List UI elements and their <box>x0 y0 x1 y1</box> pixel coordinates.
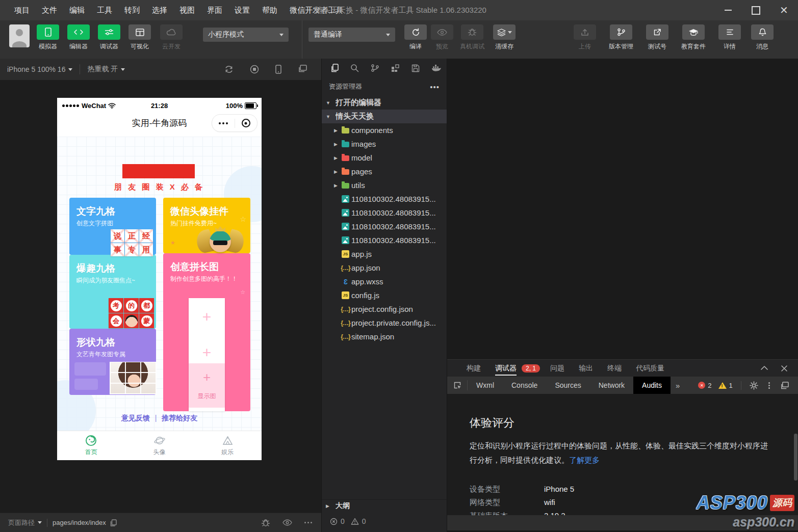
card-avatar-pendant[interactable]: 微信头像挂件 热门挂件免费用~ <box>163 198 250 253</box>
menu-project[interactable]: 项目 <box>8 0 36 20</box>
tree-file-image[interactable]: 1108100302.48083915... <box>322 233 447 247</box>
search-icon[interactable] <box>350 64 359 72</box>
tab-home[interactable]: 首页 <box>57 431 125 460</box>
menu-settings[interactable]: 设置 <box>228 0 256 20</box>
visual-toggle-button[interactable]: 可视化 <box>127 24 152 51</box>
education-suite-button[interactable]: 教育套件 <box>678 24 709 51</box>
tree-file-image[interactable]: 1108100302.48083915... <box>322 192 447 206</box>
menu-tools[interactable]: 工具 <box>91 0 118 20</box>
tree-file-app-json[interactable]: app.json <box>322 261 447 275</box>
tab-code-quality[interactable]: 代码质量 <box>629 360 672 377</box>
more-actions-icon[interactable] <box>430 83 440 91</box>
tree-file-project-config[interactable]: project.config.json <box>322 302 447 316</box>
tree-folder-components[interactable]: components <box>322 123 447 137</box>
menu-file[interactable]: 文件 <box>36 0 63 20</box>
menu-goto[interactable]: 转到 <box>118 0 146 20</box>
bug-icon[interactable] <box>261 519 270 527</box>
gear-icon[interactable] <box>750 381 758 390</box>
device-select[interactable]: iPhone 5 100% 16 <box>0 59 80 80</box>
menu-interface[interactable]: 界面 <box>201 0 228 20</box>
more-tabs-icon[interactable] <box>671 381 685 390</box>
files-icon[interactable] <box>330 64 339 72</box>
menu-help[interactable]: 帮助 <box>256 0 284 20</box>
menu-select[interactable]: 选择 <box>146 0 173 20</box>
menu-edit[interactable]: 编辑 <box>63 0 91 20</box>
tree-project-root[interactable]: 情头天天换 <box>322 110 447 123</box>
rotate-icon[interactable] <box>224 65 234 74</box>
devtab-wxml[interactable]: Wxml <box>468 377 503 394</box>
devtab-audits[interactable]: Audits <box>633 377 671 394</box>
tree-open-editors[interactable]: 打开的编辑器 <box>322 96 447 110</box>
compile-mode-select[interactable]: 普通编译 <box>308 28 395 42</box>
copy-icon[interactable] <box>110 519 117 526</box>
test-account-button[interactable]: 测试号 <box>645 24 670 51</box>
tab-terminal[interactable]: 终端 <box>600 360 629 377</box>
tree-folder-images[interactable]: images <box>322 137 447 151</box>
stop-record-icon[interactable] <box>250 65 259 74</box>
tree-file-image[interactable]: 1108100302.48083915... <box>322 206 447 220</box>
tree-file-project-private-config[interactable]: project.private.config.js... <box>322 316 447 330</box>
inspect-element-icon[interactable] <box>447 380 468 390</box>
feedback-link[interactable]: 意见反馈 <box>121 414 150 422</box>
problems-summary[interactable]: 0 0 <box>322 515 447 528</box>
upload-button[interactable]: 上传 <box>573 24 597 51</box>
version-control-button[interactable]: 版本管理 <box>605 24 637 51</box>
tab-avatar[interactable]: 头像 <box>125 431 194 460</box>
tab-build[interactable]: 构建 <box>459 360 488 377</box>
simulator-toggle-button[interactable]: 模拟器 <box>36 24 60 51</box>
tree-file-app-wxss[interactable]: app.wxss <box>322 275 447 288</box>
debugger-toggle-button[interactable]: 调试器 <box>97 24 121 51</box>
outline-section[interactable]: 大纲 <box>322 499 447 512</box>
learn-more-link[interactable]: 了解更多 <box>569 456 600 464</box>
tree-folder-utils[interactable]: utils <box>322 178 447 192</box>
minimize-button[interactable] <box>714 0 742 20</box>
devtab-sources[interactable]: Sources <box>546 377 589 394</box>
clear-cache-button[interactable]: 清缓存 <box>492 24 517 51</box>
multi-window-icon[interactable] <box>298 65 307 74</box>
scrollbar-thumb[interactable] <box>794 434 797 481</box>
user-avatar[interactable] <box>9 24 30 47</box>
collapse-panel-icon[interactable] <box>761 365 768 371</box>
card-text-nine-grid[interactable]: 文字九格 创意文字拼图 说 正 经 事 专 用 <box>69 198 156 255</box>
device-debug-button[interactable]: 真机调试 <box>456 24 488 51</box>
menu-view[interactable]: 视图 <box>173 0 201 20</box>
tab-output[interactable]: 输出 <box>572 360 600 377</box>
docker-whale-icon[interactable] <box>431 64 442 72</box>
compile-button[interactable]: 编译 <box>403 24 428 51</box>
extensions-icon[interactable] <box>391 64 400 72</box>
tree-folder-pages[interactable]: pages <box>322 165 447 178</box>
minimize-target-icon[interactable] <box>235 119 258 127</box>
undock-icon[interactable] <box>780 382 789 389</box>
more-dots-icon[interactable] <box>304 522 312 523</box>
recommend-link[interactable]: 推荐给好友 <box>162 414 197 422</box>
promo-banner[interactable] <box>122 164 195 178</box>
save-icon[interactable] <box>411 64 420 72</box>
maximize-button[interactable] <box>742 0 770 20</box>
tab-entertainment[interactable]: 娱乐 <box>193 431 262 460</box>
tab-debugger[interactable]: 调试器 <box>488 360 524 377</box>
close-panel-icon[interactable] <box>781 365 787 371</box>
editor-toggle-button[interactable]: 编辑器 <box>66 24 91 51</box>
more-dots-icon[interactable] <box>212 122 235 124</box>
card-long-image[interactable]: 创意拼长图 制作创意多图的高手！！ 显示图 <box>163 253 250 411</box>
details-button[interactable]: 详情 <box>717 24 742 51</box>
tree-folder-model[interactable]: model <box>322 151 447 165</box>
devtab-console[interactable]: Console <box>503 377 546 394</box>
messages-button[interactable]: 消息 <box>750 24 775 51</box>
kebab-menu-icon[interactable] <box>768 382 770 389</box>
tree-file-config-js[interactable]: config.js <box>322 288 447 302</box>
device-frame-icon[interactable] <box>275 65 281 74</box>
console-error-summary[interactable]: 2 1 <box>698 382 732 389</box>
eye-icon[interactable] <box>282 519 292 526</box>
tree-file-image[interactable]: 1108100302.48083915... <box>322 220 447 233</box>
devtab-network[interactable]: Network <box>590 377 633 394</box>
mode-select[interactable]: 小程序模式 <box>203 28 289 42</box>
hot-reload-toggle[interactable]: 热重载 开 <box>80 59 132 80</box>
tree-file-app-js[interactable]: app.js <box>322 247 447 261</box>
cloud-dev-button[interactable]: 云开发 <box>159 24 184 51</box>
page-path-select[interactable]: 页面路径 <box>8 518 42 527</box>
tree-file-sitemap[interactable]: sitemap.json <box>322 330 447 343</box>
git-branch-icon[interactable] <box>371 64 379 72</box>
close-button[interactable] <box>770 0 798 20</box>
preview-button[interactable]: 预览 <box>430 24 454 51</box>
